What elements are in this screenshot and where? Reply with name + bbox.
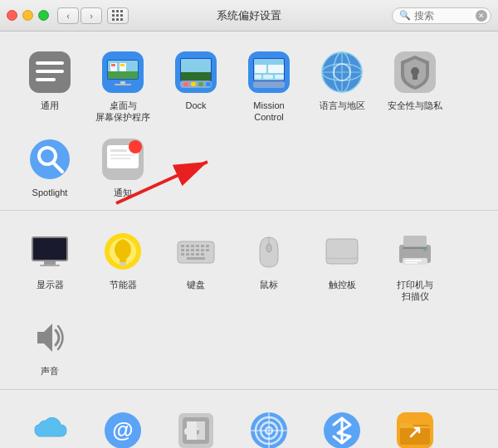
svg-point-89 (423, 248, 427, 251)
pref-network[interactable]: 网络 (232, 400, 305, 448)
svg-point-42 (30, 139, 70, 179)
svg-rect-67 (181, 249, 184, 251)
svg-rect-65 (201, 245, 204, 247)
svg-rect-52 (33, 238, 66, 260)
svg-rect-81 (326, 239, 358, 264)
pref-bluetooth[interactable]: 蓝牙 (305, 400, 378, 448)
pref-extensions[interactable]: 扩展 (159, 400, 232, 448)
svg-rect-63 (191, 245, 194, 247)
svg-rect-68 (186, 249, 189, 251)
pref-mouse-label: 鼠标 (260, 279, 278, 290)
svg-rect-76 (196, 253, 199, 256)
svg-rect-17 (181, 72, 211, 80)
title-bar: ‹ › 系统偏好设置 🔍 ✕ (0, 0, 498, 32)
svg-rect-75 (191, 253, 194, 256)
pref-trackpad[interactable]: 触控板 (305, 221, 378, 308)
pref-mouse[interactable]: 鼠标 (232, 221, 305, 308)
section-personal: 通用 (0, 32, 498, 210)
svg-rect-13 (115, 84, 131, 85)
pref-dock[interactable]: Dock (159, 41, 232, 129)
traffic-lights (7, 10, 49, 21)
pref-security-label: 安全性与隐私 (388, 100, 442, 111)
svg-rect-27 (268, 65, 284, 73)
svg-rect-78 (187, 257, 205, 260)
nav-buttons: ‹ › (57, 7, 102, 24)
grid-view-button[interactable] (107, 7, 129, 24)
pref-keyboard[interactable]: 键盘 (159, 221, 232, 308)
pref-keyboard-label: 键盘 (187, 279, 205, 290)
back-button[interactable]: ‹ (57, 7, 79, 24)
search-box[interactable]: 🔍 ✕ (392, 7, 491, 24)
svg-rect-54 (40, 265, 60, 266)
svg-rect-58 (120, 264, 125, 265)
svg-rect-82 (326, 258, 358, 259)
internet-grid: iCloud @ 互联网帐户 (13, 400, 485, 448)
svg-rect-26 (255, 65, 266, 73)
pref-dock-label: Dock (185, 100, 206, 111)
pref-mission-label: MissionControl (253, 100, 284, 124)
pref-mission[interactable]: MissionControl (232, 41, 305, 129)
svg-rect-21 (198, 82, 203, 86)
close-button[interactable] (7, 10, 17, 21)
svg-rect-53 (44, 261, 56, 265)
svg-rect-2 (36, 70, 64, 73)
svg-rect-29 (263, 75, 273, 79)
svg-rect-28 (255, 75, 261, 79)
minimize-button[interactable] (22, 10, 33, 21)
svg-rect-20 (191, 82, 196, 86)
svg-rect-77 (201, 253, 204, 256)
pref-energy[interactable]: 节能器 (86, 221, 159, 308)
search-icon: 🔍 (399, 10, 411, 21)
pref-general-label: 通用 (41, 100, 59, 111)
pref-trackpad-label: 触控板 (329, 279, 356, 290)
pref-notification[interactable]: 通知 (86, 129, 159, 203)
svg-rect-74 (186, 253, 189, 256)
pref-internet[interactable]: @ 互联网帐户 (86, 400, 159, 448)
svg-rect-19 (183, 82, 188, 86)
svg-rect-88 (405, 262, 417, 264)
section-hardware: 显示器 节能器 (0, 210, 498, 389)
pref-notification-label: 通知 (114, 187, 132, 198)
svg-rect-49 (110, 158, 131, 159)
svg-rect-48 (110, 154, 135, 156)
svg-rect-59 (178, 241, 214, 263)
maximize-button[interactable] (38, 10, 49, 21)
section-internet: iCloud @ 互联网帐户 (0, 389, 498, 448)
pref-desktop[interactable]: 桌面与屏幕保护程序 (86, 41, 159, 129)
forward-button[interactable]: › (81, 7, 102, 24)
svg-rect-87 (405, 260, 422, 261)
svg-point-80 (266, 244, 271, 252)
pref-printer-label: 打印机与扫描仪 (397, 279, 433, 303)
svg-rect-61 (181, 245, 184, 247)
svg-rect-47 (110, 149, 127, 152)
pref-security[interactable]: 安全性与隐私 (378, 41, 452, 129)
pref-icloud[interactable]: iCloud (13, 400, 86, 448)
svg-rect-7 (108, 71, 138, 79)
pref-spotlight[interactable]: Spotlight (13, 129, 86, 203)
search-clear-button[interactable]: ✕ (476, 10, 487, 22)
pref-sound[interactable]: 声音 (13, 307, 86, 382)
pref-printer[interactable]: 打印机与扫描仪 (378, 221, 452, 308)
search-input[interactable] (414, 10, 472, 22)
pref-sharing[interactable]: 共享 (378, 400, 452, 448)
pref-display-label: 显示器 (37, 279, 64, 290)
svg-rect-57 (120, 262, 126, 264)
svg-rect-64 (196, 245, 199, 247)
pref-language[interactable]: 语言与地区 (305, 41, 378, 129)
pref-sound-label: 声音 (41, 365, 59, 377)
personal-grid: 通用 (13, 41, 485, 203)
svg-rect-70 (196, 249, 199, 251)
pref-display[interactable]: 显示器 (13, 221, 86, 308)
window-title: 系统偏好设置 (217, 8, 281, 23)
svg-rect-12 (120, 81, 125, 84)
svg-rect-31 (253, 81, 285, 88)
svg-rect-30 (275, 75, 284, 79)
pref-desktop-label: 桌面与屏幕保护程序 (95, 100, 150, 124)
svg-rect-73 (181, 253, 184, 256)
pref-energy-label: 节能器 (110, 279, 137, 290)
svg-point-50 (129, 140, 142, 153)
pref-general[interactable]: 通用 (13, 41, 86, 129)
svg-rect-85 (403, 236, 427, 246)
svg-rect-9 (111, 64, 115, 66)
svg-rect-66 (206, 245, 209, 247)
